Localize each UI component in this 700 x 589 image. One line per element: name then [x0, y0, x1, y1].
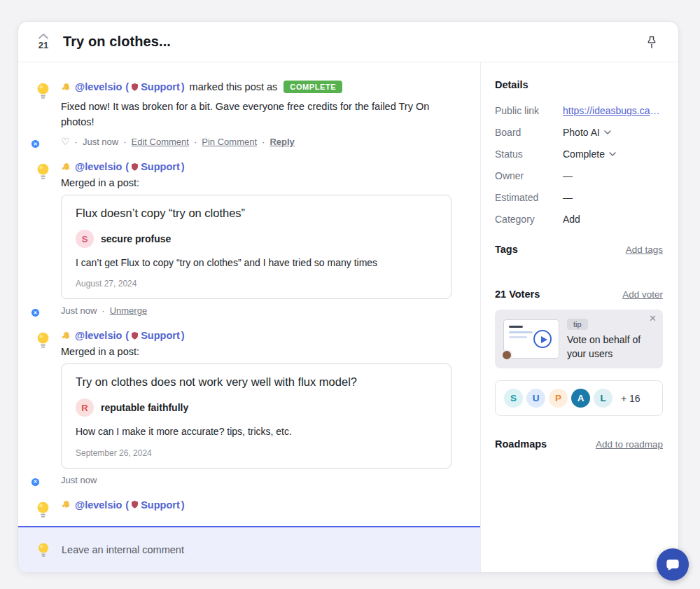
- merged-post-card[interactable]: Flux doesn’t copy “try on clothes” S sec…: [61, 195, 451, 299]
- public-link[interactable]: https://ideasbugs.cann...: [563, 105, 661, 116]
- edit-comment-link[interactable]: Edit Comment: [132, 137, 189, 147]
- details-sidebar: Details Public link https://ideasbugs.ca…: [480, 62, 678, 572]
- author-link[interactable]: @levelsio: [75, 499, 122, 511]
- role-link[interactable]: Support: [141, 499, 180, 511]
- play-icon: [533, 330, 552, 348]
- unmerge-link[interactable]: Unmerge: [110, 305, 147, 316]
- author-role: ( Support ): [125, 161, 184, 172]
- wave-icon: [61, 499, 71, 510]
- add-tags-link[interactable]: Add tags: [626, 244, 663, 255]
- merged-post-body: I can’t get Flux to copy “try on clothes…: [76, 256, 437, 270]
- merged-post-author: secure profuse: [101, 233, 171, 244]
- author-role: ( Support ): [125, 330, 184, 341]
- merged-post-title[interactable]: Try on clothes does not work very well w…: [76, 375, 437, 389]
- detail-row-estimated: Estimated —: [495, 186, 663, 208]
- detail-row-owner: Owner —: [495, 165, 663, 186]
- comment-avatar: ✕: [34, 81, 55, 147]
- pin-comment-link[interactable]: Pin Comment: [202, 137, 257, 147]
- shield-icon: [130, 83, 139, 92]
- comment-header: @levelsio ( Support ): [61, 161, 468, 172]
- detail-label: Owner: [495, 170, 563, 181]
- video-thumbnail[interactable]: [503, 319, 559, 359]
- tags-title: Tags: [495, 244, 518, 255]
- upvote-button[interactable]: [38, 33, 49, 39]
- author-link[interactable]: @levelsio: [75, 81, 122, 92]
- detail-label: Board: [495, 127, 563, 138]
- voters-title: 21 Voters: [495, 289, 540, 300]
- comments-column: ✕ @levelsio ( Support: [18, 62, 480, 572]
- role-link[interactable]: Support: [141, 330, 180, 341]
- admin-badge-icon: ✕: [31, 478, 40, 487]
- vote-tip-card: ✕ tip Vote on behalf of your users: [495, 310, 663, 368]
- comment-meta: ♡ · Just now · Edit Comment · Pin Commen…: [61, 136, 468, 147]
- role-link[interactable]: Support: [141, 161, 180, 172]
- lightbulb-avatar-icon: [35, 541, 52, 558]
- paren-open: (: [125, 330, 129, 341]
- timestamp: Just now: [61, 475, 97, 485]
- voter-avatar: A: [571, 389, 590, 408]
- merged-post-title[interactable]: Flux doesn’t copy “try on clothes”: [76, 207, 437, 220]
- add-voter-link[interactable]: Add voter: [622, 289, 663, 300]
- detail-label: Public link: [495, 105, 563, 116]
- comment-header: @levelsio ( Support ): [61, 499, 468, 511]
- comment-avatar: ✕: [34, 330, 55, 485]
- voter-avatar: U: [526, 389, 545, 408]
- paren-open: (: [125, 81, 129, 92]
- tip-content: tip Vote on behalf of your users: [567, 317, 650, 361]
- detail-label: Estimated: [495, 192, 563, 203]
- action-text: marked this post as: [190, 81, 278, 92]
- comment-composer[interactable]: [18, 526, 480, 572]
- separator: ·: [262, 137, 265, 147]
- comment-meta: Just now: [61, 475, 468, 485]
- author-link[interactable]: @levelsio: [75, 161, 122, 172]
- comment-input[interactable]: [62, 544, 463, 555]
- board-select[interactable]: Photo AI: [563, 127, 611, 138]
- admin-badge-icon: ✕: [31, 308, 40, 317]
- comment-meta: Just now · Unmerge: [61, 305, 468, 316]
- lightbulb-avatar-icon: [34, 81, 52, 100]
- merged-label: Merged in a post:: [61, 346, 468, 357]
- merged-post-author-row: R reputable faithfully: [76, 399, 437, 417]
- intercom-launcher[interactable]: [657, 548, 689, 581]
- detail-label: Category: [495, 214, 563, 225]
- estimated-select[interactable]: —: [563, 192, 573, 203]
- lightbulb-avatar-icon: [34, 500, 52, 519]
- close-icon[interactable]: ✕: [649, 313, 657, 324]
- roadmaps-section: Roadmaps Add to roadmap: [495, 438, 663, 450]
- paren-close: ): [181, 161, 185, 172]
- detail-label: Status: [495, 148, 563, 160]
- owner-select[interactable]: —: [563, 170, 573, 181]
- lightbulb-avatar-icon: [34, 331, 52, 349]
- voters-card: S U P A L + 16: [495, 380, 663, 416]
- comment: ✕ @levelsio ( Support: [34, 161, 468, 316]
- timestamp: Just now: [83, 137, 118, 147]
- status-complete-badge: COMPLETE: [284, 81, 342, 93]
- pin-post-button[interactable]: [642, 32, 662, 52]
- reply-link[interactable]: Reply: [270, 137, 294, 147]
- chevron-down-icon: [604, 130, 611, 134]
- presenter-avatar: [501, 349, 512, 361]
- details-title: Details: [495, 79, 663, 90]
- comment-header: @levelsio ( Support ): [61, 330, 468, 341]
- category-add[interactable]: Add: [563, 214, 580, 225]
- tags-section: Tags Add tags: [495, 244, 663, 255]
- vote-count: 21: [38, 40, 48, 50]
- merged-post-card[interactable]: Try on clothes does not work very well w…: [61, 363, 451, 468]
- status-value: Complete: [563, 148, 605, 160]
- details-section: Details Public link https://ideasbugs.ca…: [495, 79, 663, 230]
- wave-icon: [61, 82, 71, 92]
- comment-avatar: [34, 499, 55, 522]
- role-link[interactable]: Support: [141, 81, 180, 92]
- like-button[interactable]: ♡: [61, 136, 70, 147]
- comment: ✕ @levelsio ( Support: [34, 81, 468, 147]
- shield-icon: [130, 500, 139, 509]
- tip-badge: tip: [567, 319, 588, 330]
- author-link[interactable]: @levelsio: [75, 330, 122, 341]
- author-role: ( Support ): [125, 81, 184, 92]
- merged-post-author-row: S secure profuse: [76, 230, 437, 248]
- roadmaps-title: Roadmaps: [495, 438, 547, 450]
- add-to-roadmap-link[interactable]: Add to roadmap: [596, 439, 663, 450]
- paren-open: (: [125, 161, 129, 172]
- chevron-down-icon: [609, 152, 616, 156]
- status-select[interactable]: Complete: [563, 148, 616, 160]
